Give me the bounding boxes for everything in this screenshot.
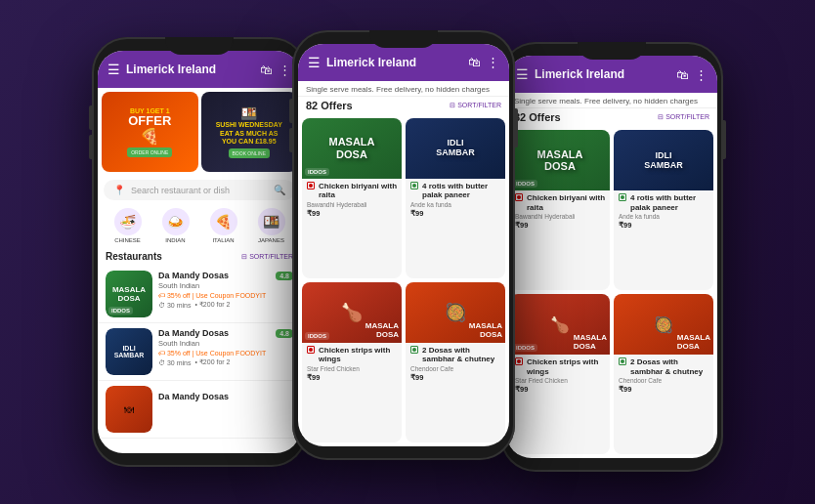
- food-price-strips: ₹99: [307, 373, 397, 382]
- non-veg-icon-strips: [307, 346, 315, 354]
- japanese-label: JAPANES: [258, 237, 284, 243]
- vol-up-center: [289, 99, 292, 123]
- veg-icon-dosas: [410, 346, 418, 354]
- search-icon[interactable]: 🔍: [274, 185, 285, 195]
- iddos-r3: IDDOS: [513, 344, 537, 352]
- masala-text-r1: MASALADOSA: [536, 148, 582, 172]
- food-name-strips-r: Chicken strips with wings: [515, 357, 605, 376]
- food-restaurant-strips-r: Star Fried Chicken: [515, 377, 605, 384]
- food-restaurant-rotis-r: Ande ka funda: [619, 213, 708, 220]
- book-online-btn[interactable]: BOOK ONLINE: [229, 148, 270, 158]
- food-restaurant-biriyani: Bawandhi Hyderabali: [307, 201, 397, 208]
- food-info-dosas-r: 2 Dosas with sambhar & chutney Chendoor …: [614, 355, 713, 454]
- cart-icon-left[interactable]: 🛍: [260, 63, 273, 77]
- indian-label: INDIAN: [165, 237, 185, 243]
- category-japanese[interactable]: 🍱 JAPANES: [258, 208, 285, 243]
- order-online-btn[interactable]: ORDER ONLINE: [127, 147, 172, 157]
- category-italian[interactable]: 🍕 ITALIAN: [210, 208, 237, 243]
- food-card-rotis[interactable]: IDLISAMBAR 4 rotis with butter palak pan…: [406, 118, 505, 278]
- search-placeholder-text: Search restaurant or dish: [131, 186, 268, 195]
- food-img-rotis: IDLISAMBAR: [406, 118, 505, 179]
- food-info-rotis-r: 4 rotis with butter palak paneer Ande ka…: [614, 190, 713, 290]
- vol-down-left: [89, 135, 92, 159]
- category-indian[interactable]: 🍛 INDIAN: [162, 208, 190, 243]
- power-button-center: [515, 108, 518, 147]
- sort-filter-right[interactable]: ⊟ SORT/FILTER: [658, 113, 709, 121]
- masala-overlay-2: MASALADOSA: [365, 322, 399, 340]
- restaurant-type-1: South Indian: [158, 281, 293, 290]
- promo-left-offer: OFFER: [128, 114, 171, 127]
- food-info-strips-r: Chicken strips with wings Star Fried Chi…: [510, 355, 610, 454]
- restaurant-name-2: Da Mandy Dosas: [158, 328, 229, 338]
- food-info-rotis: 4 rotis with butter palak paneer Ande ka…: [406, 179, 505, 278]
- iddos-r1: IDDOS: [513, 180, 537, 188]
- food-name-rotis: 4 rotis with butter palak paneer: [410, 182, 500, 200]
- restaurant-card-1[interactable]: MASALADOSA IDDOS Da Mandy Dosas 4.8 Sout…: [98, 266, 301, 323]
- chinese-icon: 🍜: [114, 208, 142, 235]
- italian-icon: 🍕: [210, 208, 237, 235]
- phone-notch-left: [165, 37, 234, 55]
- header-icons-left: 🛍 ⋮: [260, 63, 291, 77]
- screen-center: ☰ Limerick Ireland 🛍 ⋮ Single serve meal…: [298, 44, 509, 446]
- cart-icon-center[interactable]: 🛍: [468, 55, 481, 69]
- offers-count-row-center: 82 Offers ⊟ SORT/FILTER: [298, 97, 509, 114]
- indian-icon: 🍛: [162, 208, 190, 235]
- sort-filter-left[interactable]: ⊟ SORT/FILTER: [241, 253, 293, 261]
- food-card-biriyani-r[interactable]: MASALADOSA IDDOS Chicken biriyani with r…: [510, 130, 610, 290]
- food-img-strips: 🍗 MASALADOSA IDDOS: [302, 282, 402, 343]
- menu-icon-left[interactable]: ☰: [107, 63, 120, 76]
- header-title-center: Limerick Ireland: [326, 56, 462, 69]
- category-chinese[interactable]: 🍜 CHINESE: [114, 208, 142, 243]
- app-header-center: ☰ Limerick Ireland 🛍 ⋮: [298, 44, 509, 81]
- header-title-left: Limerick Ireland: [126, 63, 254, 76]
- restaurant-img-2: IDLISAMBAR: [106, 328, 152, 375]
- food-card-dosas-r[interactable]: 🥘 MASALADOSA 2 Dosas with sambhar & chut…: [614, 294, 713, 454]
- menu-icon-center[interactable]: ☰: [308, 56, 321, 69]
- non-veg-icon-biriyani: [307, 182, 315, 189]
- restaurant-info-3: Da Mandy Dosas: [158, 386, 293, 433]
- non-veg-r1: [515, 193, 523, 201]
- restaurant-name-1: Da Mandy Dosas: [158, 271, 229, 280]
- iddos-logo-1: IDDOS: [108, 307, 133, 315]
- food-card-rotis-r[interactable]: IDLISAMBAR 4 rotis with butter palak pan…: [614, 130, 713, 290]
- restaurant-img-1: MASALADOSA IDDOS: [106, 271, 152, 317]
- food-info-dosas: 2 Dosas with sambhar & chutney Chendoor …: [406, 343, 505, 442]
- dosa-visual: 🥘: [445, 302, 466, 323]
- food-card-strips-r[interactable]: 🍗 MASALADOSA IDDOS Chicken strips with w…: [510, 294, 610, 454]
- food-card-dosas[interactable]: 🥘 MASALADOSA 2 Dosas with sambhar & chut…: [406, 282, 505, 442]
- offers-tagline-center: Single serve meals. Free delivery, no hi…: [298, 81, 509, 97]
- location-pin-icon: 📍: [113, 185, 125, 195]
- non-veg-r3: [515, 357, 523, 365]
- food-img-dosas-r: 🥘 MASALADOSA: [614, 294, 713, 355]
- rating-badge-2: 4.8: [276, 329, 293, 338]
- food-card-strips[interactable]: 🍗 MASALADOSA IDDOS Chicken strips with w…: [302, 282, 402, 442]
- cart-icon-right[interactable]: 🛍: [676, 67, 689, 82]
- restaurant-card-2[interactable]: IDLISAMBAR Da Mandy Dosas 4.8 South Indi…: [98, 323, 301, 381]
- food-name-dosas-r: 2 Dosas with sambhar & chutney: [619, 357, 708, 376]
- masala-r3: MASALADOSA: [574, 334, 607, 352]
- promo-right[interactable]: 🍱 SUSHI WEDNESDAYEAT AS MUCH ASYOU CAN £…: [201, 92, 298, 172]
- masala-r4: MASALADOSA: [677, 334, 710, 352]
- food-price-dosas: ₹99: [410, 373, 500, 382]
- more-icon-center[interactable]: ⋮: [487, 55, 499, 69]
- food-info-biriyani: Chicken biriyani with raita Bawandhi Hyd…: [302, 179, 402, 278]
- food-restaurant-biriyani-r: Bawandhi Hyderabali: [515, 213, 605, 220]
- phone-center: ☰ Limerick Ireland 🛍 ⋮ Single serve meal…: [292, 30, 515, 460]
- menu-icon-right[interactable]: ☰: [516, 67, 529, 81]
- restaurants-title: Restaurants: [106, 251, 162, 262]
- food-card-biriyani[interactable]: MASALADOSA IDDOS Chicken biriyani with r…: [302, 118, 402, 278]
- pizza-icon: 🍕: [140, 127, 159, 146]
- food-price-rotis: ₹99: [410, 209, 500, 218]
- restaurant-img-3: 🍽: [106, 386, 152, 433]
- more-icon-right[interactable]: ⋮: [695, 67, 708, 82]
- restaurant-type-2: South Indian: [158, 339, 293, 348]
- food-grid-center: MASALADOSA IDDOS Chicken biriyani with r…: [298, 114, 509, 446]
- vb-logo: 🍱: [240, 105, 257, 121]
- search-bar[interactable]: 📍 Search restaurant or dish 🔍: [104, 180, 295, 200]
- food-img-biriyani: MASALADOSA IDDOS: [302, 118, 402, 179]
- more-icon-left[interactable]: ⋮: [279, 63, 291, 77]
- promo-left[interactable]: BUY 1GET 1 OFFER 🍕 ORDER ONLINE: [102, 92, 198, 172]
- restaurant-card-3[interactable]: 🍽 Da Mandy Dosas: [98, 381, 301, 439]
- sort-filter-center[interactable]: ⊟ SORT/FILTER: [450, 102, 501, 109]
- veg-r2: [619, 193, 626, 201]
